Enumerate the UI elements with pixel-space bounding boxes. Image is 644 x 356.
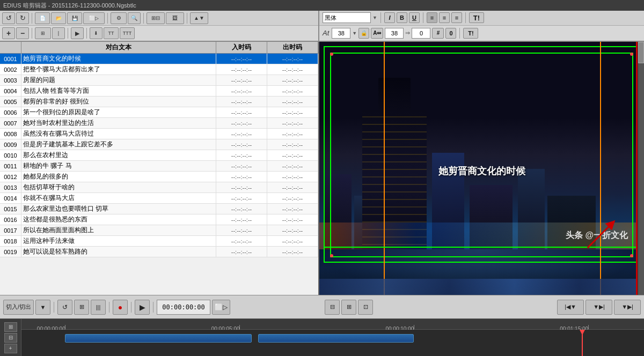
table-row[interactable]: 0017 所以在她画面里面构图上 --:--:--:-- --:--:--:-- (0, 225, 318, 236)
cell-num: 0013 (0, 182, 21, 192)
text2-button[interactable]: T! (463, 28, 478, 39)
table-row[interactable]: 0013 包括切草呀于啥的 --:--:--:-- --:--:--:-- (0, 182, 318, 193)
timeline-track1[interactable] (65, 334, 252, 343)
lock-button[interactable]: 🔒 (358, 28, 369, 39)
font-select[interactable]: 黑体 (323, 12, 371, 23)
loop-button[interactable]: ↺ (57, 300, 72, 315)
underline-button[interactable]: U (409, 12, 420, 23)
del-row-button[interactable]: − (16, 27, 29, 39)
cell-text: 她都见的很多的 (21, 172, 216, 182)
export-ctrl1-button[interactable]: ⊟ (325, 300, 340, 315)
panels-row: 对白文本 入时码 出时码 0001 她剪晋商文化的时候 --:--:--:-- … (0, 42, 644, 295)
export-ctrl3-button[interactable]: ⊡ (358, 300, 373, 315)
tl-btn1[interactable]: ⊞ (4, 322, 17, 332)
cell-num: 0012 (0, 172, 21, 182)
tl-btn3[interactable]: + (4, 344, 17, 353)
table-row[interactable]: 0003 房屋的问题 --:--:--:-- --:--:--:-- (0, 75, 318, 86)
tl-btn2[interactable]: ⊟ (4, 333, 17, 343)
playhead[interactable] (582, 330, 583, 356)
table-row[interactable]: 0007 她对当时农村里边的生活 --:--:--:-- --:--:--:-- (0, 118, 318, 129)
titlebar: EDIUS 暗剪辑器 - 20151126-112300-0000.Ngsbtl… (0, 0, 644, 11)
format-button[interactable]: TT (104, 27, 119, 39)
cell-num: 0016 (0, 214, 21, 225)
mark-in-button[interactable]: |◀▼ (557, 300, 584, 315)
col-header-text: 对白文本 (21, 42, 216, 53)
add-row-button[interactable]: + (2, 27, 15, 39)
split-button[interactable]: | (52, 27, 65, 39)
insert-button[interactable]: ⬇ (90, 27, 103, 39)
format2-button[interactable]: TTT (120, 27, 135, 39)
table-row[interactable]: 0016 这些都是很熟悉的东西 --:--:--:-- --:--:--:-- (0, 214, 318, 225)
merge-button[interactable]: ⊞ (35, 27, 51, 39)
table-row[interactable]: 0012 她都见的很多的 --:--:--:-- --:--:--:-- (0, 172, 318, 182)
table-row[interactable]: 0009 但是房子建筑基本上跟它差不多 --:--:--:-- --:--:--… (0, 139, 318, 150)
mark-out-button[interactable]: ▼▶| (586, 300, 612, 315)
grid-button[interactable]: ⊞⊟ (147, 12, 165, 24)
hash-button[interactable]: # (432, 28, 444, 39)
table-row[interactable]: 0019 她可以说是轻车熟路的 --:--:--:-- --:--:--:-- (0, 247, 318, 257)
cell-out: --:--:--:-- (267, 75, 318, 85)
redo-button[interactable]: ↻ (16, 12, 29, 24)
record-button[interactable]: ● (113, 300, 128, 315)
table-row[interactable]: 0004 包括人物 牲畜等等方面 --:--:--:-- --:--:--:-- (0, 86, 318, 97)
dropdown-arrow-icon[interactable]: ▼ (372, 15, 377, 20)
open-button[interactable]: 📂 (51, 12, 66, 24)
export-button[interactable]: ⬜▷ (83, 12, 105, 24)
cell-out: --:--:--:-- (267, 247, 318, 257)
table-row[interactable]: 0005 都剪的非常的好 很到位 --:--:--:-- --:--:--:-- (0, 97, 318, 107)
table-row[interactable]: 0010 那么在农村里边 --:--:--:-- --:--:--:-- (0, 150, 318, 161)
cell-text: 第一个很到位的原因是啥了 (21, 107, 216, 117)
img-button[interactable]: 🖼 (166, 12, 184, 24)
align-right-button[interactable]: ≡ (451, 12, 462, 23)
undo-button[interactable]: ↺ (2, 12, 15, 24)
num3-button[interactable]: 0 (445, 28, 456, 39)
table-row[interactable]: 0015 那么农家里边也要喂牲口 切草 --:--:--:-- --:--:--… (0, 204, 318, 214)
timeline-main[interactable]: 00:00:00:00 00:00:05:00 00:00:10:00 00:0… (21, 319, 644, 356)
table-row[interactable]: 0001 她剪晋商文化的时候 --:--:--:-- --:--:--:-- (0, 54, 318, 64)
timeline-tracks[interactable] (21, 330, 644, 356)
size-dropdown-icon[interactable]: ▼ (352, 31, 357, 36)
italic-button[interactable]: I (384, 12, 395, 23)
play-ctrl-button[interactable]: ▶ (135, 300, 150, 315)
right-toolbar-row1: 黑体 ▼ I B U ≡ ≡ ≡ T! (319, 11, 644, 26)
sep-r2 (423, 12, 423, 23)
text-style-button[interactable]: T! (469, 12, 484, 23)
timeline-track2[interactable] (258, 334, 414, 343)
sep-r4 (459, 28, 460, 39)
save-button[interactable]: 💾 (67, 12, 82, 24)
dropdown-ctrl-button[interactable]: ▼ (35, 300, 50, 315)
search-button[interactable]: 🔍 (128, 12, 141, 24)
char-size-box2[interactable]: 38 (385, 28, 404, 39)
cut-in-out-button[interactable]: 切入/切出 (3, 300, 34, 315)
arrow-up-button[interactable]: ▲▼ (190, 12, 208, 24)
table-row[interactable]: 0008 虽然没有在骡马大店待过 --:--:--:-- --:--:--:-- (0, 129, 318, 139)
cell-text: 把整个骡马大店都剪出来了 (21, 64, 216, 75)
table-row[interactable]: 0006 第一个很到位的原因是啥了 --:--:--:-- --:--:--:-… (0, 107, 318, 118)
new-button[interactable]: 📄 (35, 12, 50, 24)
cell-out: --:--:--:-- (267, 193, 318, 203)
grid-ctrl-button[interactable]: ⊞ (74, 300, 89, 315)
table-row[interactable]: 0002 把整个骡马大店都剪出来了 --:--:--:-- --:--:--:-… (0, 64, 318, 75)
mark-end-button[interactable]: ▼▶| (614, 300, 641, 315)
separator6 (68, 28, 68, 39)
char-spacing-button[interactable]: A⇔ (371, 28, 383, 39)
timecode-export-button[interactable]: ⬜▷ (212, 300, 230, 315)
align-center-button[interactable]: ≡ (439, 12, 450, 23)
scrollbar-thumb[interactable] (638, 42, 644, 63)
bar-button[interactable]: ||| (91, 300, 106, 315)
subtitle-list[interactable]: 0001 她剪晋商文化的时候 --:--:--:-- --:--:--:-- 0… (0, 54, 318, 295)
table-row[interactable]: 0011 耕地的牛 骡子 马 --:--:--:-- --:--:--:-- (0, 161, 318, 172)
cell-num: 0005 (0, 97, 21, 107)
export-ctrl2-button[interactable]: ⊞ (341, 300, 356, 315)
settings-button[interactable]: ⚙ (111, 12, 127, 24)
table-row[interactable]: 0014 你就不在骡马大店 --:--:--:-- --:--:--:-- (0, 193, 318, 204)
cell-text: 耕地的牛 骡子 马 (21, 161, 216, 171)
font-size-box[interactable]: 38 (332, 28, 350, 39)
right-scrollbar[interactable] (638, 42, 644, 295)
bold-button[interactable]: B (397, 12, 407, 23)
table-row[interactable]: 0018 运用这种手法来做 --:--:--:-- --:--:--:-- (0, 236, 318, 247)
align-left-button[interactable]: ≡ (427, 12, 437, 23)
play-button[interactable]: ▶ (71, 27, 84, 39)
num2-box[interactable]: 0 (412, 28, 430, 39)
main-layout: ↺ ↻ 📄 📂 💾 ⬜▷ ⚙ 🔍 ⊞⊟ 🖼 ▲▼ + − (0, 11, 644, 356)
